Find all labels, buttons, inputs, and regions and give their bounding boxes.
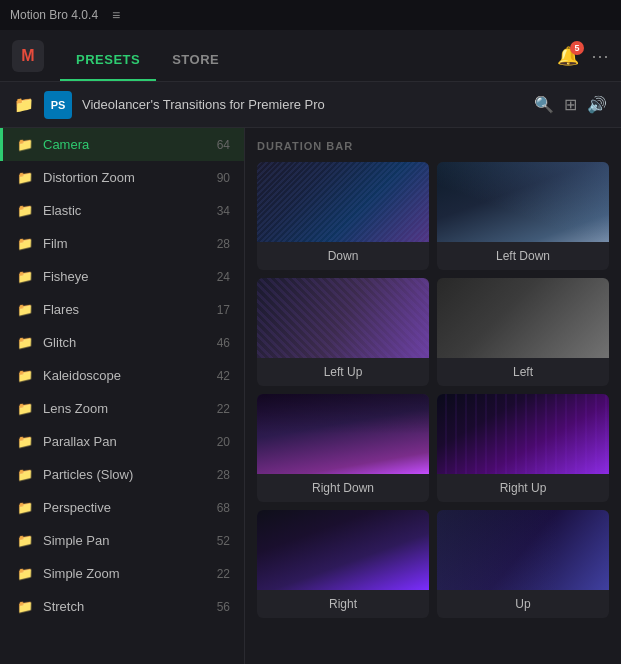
folder-icon: 📁 bbox=[17, 302, 33, 317]
card-label-down: Down bbox=[257, 242, 429, 270]
sidebar-item-count: 34 bbox=[217, 204, 230, 218]
sidebar-item-label: Particles (Slow) bbox=[43, 467, 207, 482]
folder-icon: 📁 bbox=[17, 533, 33, 548]
content-area: DURATION BAR Down Left Down Left Up Left… bbox=[245, 128, 621, 664]
sidebar-item-count: 52 bbox=[217, 534, 230, 548]
sidebar-item-lens-zoom[interactable]: 📁 Lens Zoom 22 bbox=[0, 392, 244, 425]
sidebar-item-flares[interactable]: 📁 Flares 17 bbox=[0, 293, 244, 326]
nav-tabs: PRESETS STORE bbox=[60, 30, 235, 81]
sidebar-item-count: 42 bbox=[217, 369, 230, 383]
card-thumb-left bbox=[437, 278, 609, 358]
card-label-left: Left bbox=[437, 358, 609, 386]
sidebar-item-simple-zoom[interactable]: 📁 Simple Zoom 22 bbox=[0, 557, 244, 590]
header-right: 🔔 5 ⋯ bbox=[557, 45, 609, 67]
card-right-down[interactable]: Right Down bbox=[257, 394, 429, 502]
sidebar-item-label: Camera bbox=[43, 137, 207, 152]
folder-icon: 📁 bbox=[17, 500, 33, 515]
folder-icon: 📁 bbox=[17, 203, 33, 218]
main-layout: 📁 Camera 64 📁 Distortion Zoom 90 📁 Elast… bbox=[0, 128, 621, 664]
card-left-down[interactable]: Left Down bbox=[437, 162, 609, 270]
card-label-left-down: Left Down bbox=[437, 242, 609, 270]
app-title: Motion Bro 4.0.4 bbox=[10, 8, 98, 22]
card-label-up: Up bbox=[437, 590, 609, 618]
folder-icon: 📁 bbox=[17, 599, 33, 614]
app-logo: M bbox=[12, 40, 44, 72]
card-label-right: Right bbox=[257, 590, 429, 618]
folder-icon: 📁 bbox=[17, 368, 33, 383]
sidebar-item-count: 28 bbox=[217, 237, 230, 251]
sidebar-item-count: 28 bbox=[217, 468, 230, 482]
card-up[interactable]: Up bbox=[437, 510, 609, 618]
ps-badge: PS bbox=[44, 91, 72, 119]
sidebar-item-label: Flares bbox=[43, 302, 207, 317]
card-label-right-up: Right Up bbox=[437, 474, 609, 502]
header: M PRESETS STORE 🔔 5 ⋯ bbox=[0, 30, 621, 82]
card-thumb-left-down bbox=[437, 162, 609, 242]
folder-icon: 📁 bbox=[17, 236, 33, 251]
sidebar-item-camera[interactable]: 📁 Camera 64 bbox=[0, 128, 244, 161]
subheader-title: Videolancer's Transitions for Premiere P… bbox=[82, 97, 524, 112]
card-right[interactable]: Right bbox=[257, 510, 429, 618]
sidebar-item-glitch[interactable]: 📁 Glitch 46 bbox=[0, 326, 244, 359]
notification-button[interactable]: 🔔 5 bbox=[557, 45, 579, 67]
sidebar: 📁 Camera 64 📁 Distortion Zoom 90 📁 Elast… bbox=[0, 128, 245, 664]
sidebar-item-label: Film bbox=[43, 236, 207, 251]
card-thumb-up bbox=[437, 510, 609, 590]
sidebar-item-label: Kaleidoscope bbox=[43, 368, 207, 383]
sidebar-item-parallax-pan[interactable]: 📁 Parallax Pan 20 bbox=[0, 425, 244, 458]
card-thumb-right-up bbox=[437, 394, 609, 474]
sidebar-item-label: Simple Zoom bbox=[43, 566, 207, 581]
card-label-right-down: Right Down bbox=[257, 474, 429, 502]
card-thumb-right bbox=[257, 510, 429, 590]
sidebar-item-count: 22 bbox=[217, 567, 230, 581]
sidebar-item-count: 64 bbox=[217, 138, 230, 152]
sidebar-item-distortion-zoom[interactable]: 📁 Distortion Zoom 90 bbox=[0, 161, 244, 194]
folder-icon: 📁 bbox=[17, 566, 33, 581]
sidebar-item-stretch[interactable]: 📁 Stretch 56 bbox=[0, 590, 244, 623]
sidebar-item-kaleidoscope[interactable]: 📁 Kaleidoscope 42 bbox=[0, 359, 244, 392]
sidebar-item-film[interactable]: 📁 Film 28 bbox=[0, 227, 244, 260]
sidebar-item-label: Stretch bbox=[43, 599, 207, 614]
sidebar-item-perspective[interactable]: 📁 Perspective 68 bbox=[0, 491, 244, 524]
notification-badge: 5 bbox=[570, 41, 584, 55]
sidebar-item-count: 56 bbox=[217, 600, 230, 614]
sidebar-item-count: 20 bbox=[217, 435, 230, 449]
search-icon[interactable]: 🔍 bbox=[534, 95, 554, 114]
sidebar-item-count: 17 bbox=[217, 303, 230, 317]
grid-icon[interactable]: ⊞ bbox=[564, 95, 577, 114]
sidebar-item-label: Glitch bbox=[43, 335, 207, 350]
card-left[interactable]: Left bbox=[437, 278, 609, 386]
menu-icon[interactable]: ≡ bbox=[112, 7, 120, 23]
sidebar-item-label: Perspective bbox=[43, 500, 207, 515]
folder-icon: 📁 bbox=[17, 401, 33, 416]
card-right-up[interactable]: Right Up bbox=[437, 394, 609, 502]
card-left-up[interactable]: Left Up bbox=[257, 278, 429, 386]
sidebar-item-elastic[interactable]: 📁 Elastic 34 bbox=[0, 194, 244, 227]
sidebar-item-count: 24 bbox=[217, 270, 230, 284]
tab-presets[interactable]: PRESETS bbox=[60, 52, 156, 81]
sidebar-item-label: Simple Pan bbox=[43, 533, 207, 548]
folder-icon: 📁 bbox=[14, 95, 34, 114]
tab-store[interactable]: STORE bbox=[156, 52, 235, 81]
card-down[interactable]: Down bbox=[257, 162, 429, 270]
card-thumb-down bbox=[257, 162, 429, 242]
sidebar-item-count: 90 bbox=[217, 171, 230, 185]
more-button[interactable]: ⋯ bbox=[591, 45, 609, 67]
folder-icon: 📁 bbox=[17, 335, 33, 350]
audio-icon[interactable]: 🔊 bbox=[587, 95, 607, 114]
folder-icon: 📁 bbox=[17, 170, 33, 185]
subheader-icons: 🔍 ⊞ 🔊 bbox=[534, 95, 607, 114]
cards-grid: Down Left Down Left Up Left Right Down R… bbox=[257, 162, 609, 618]
sidebar-item-fisheye[interactable]: 📁 Fisheye 24 bbox=[0, 260, 244, 293]
folder-icon: 📁 bbox=[17, 137, 33, 152]
card-thumb-right-down bbox=[257, 394, 429, 474]
sidebar-item-simple-pan[interactable]: 📁 Simple Pan 52 bbox=[0, 524, 244, 557]
titlebar: Motion Bro 4.0.4 ≡ bbox=[0, 0, 621, 30]
folder-icon: 📁 bbox=[17, 434, 33, 449]
subheader: 📁 PS Videolancer's Transitions for Premi… bbox=[0, 82, 621, 128]
sidebar-item-label: Parallax Pan bbox=[43, 434, 207, 449]
folder-icon: 📁 bbox=[17, 467, 33, 482]
sidebar-item-particles-slow[interactable]: 📁 Particles (Slow) 28 bbox=[0, 458, 244, 491]
sidebar-item-count: 68 bbox=[217, 501, 230, 515]
sidebar-item-count: 46 bbox=[217, 336, 230, 350]
